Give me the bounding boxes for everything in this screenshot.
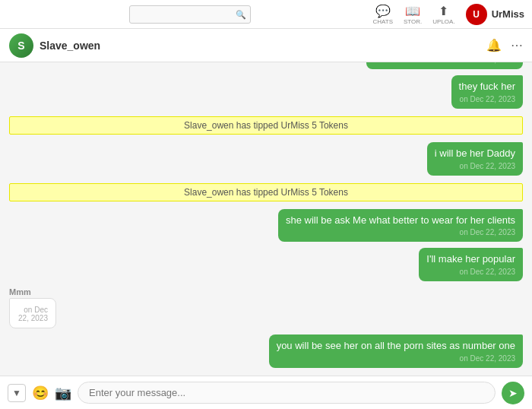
message-text: she will be ask Me what better to wear f… [286,214,515,227]
chat-header-right: 🔔 ⋯ [486,38,523,52]
chat-symbol: 💬 [375,4,391,18]
tip-notification: Slave_owen has tipped UrMiss 5 Tokens [9,183,523,201]
outgoing-message-bubble: you will be see her on all the porn site… [269,334,523,368]
top-nav: 🔍 💬 CHATS 📖 STOR. ⬆ UPLOA. U UrMiss [0,0,532,29]
message-timestamp: on Dec 22, 2023 [286,228,515,236]
message-timestamp: on Dec 22, 2023 [459,95,515,103]
message-text: you will be see her on all the porn site… [277,340,515,353]
search-bar-container: 🔍 [8,5,372,24]
outgoing-message-bubble: they fuck heron Dec 22, 2023 [451,75,523,109]
chevron-down-icon: ▼ [12,388,21,398]
message-text: I'll make her popular [426,253,515,266]
chat-contact-avatar: S [9,33,33,58]
chat-footer: ▼ 😊 📷 ➤ [0,376,532,409]
message-input[interactable] [78,382,496,404]
scroll-down-button[interactable]: ▼ [8,384,26,402]
upload-symbol: ⬆ [439,4,448,18]
notification-bell-icon[interactable]: 🔔 [486,38,502,52]
emoji-icon[interactable]: 😊 [32,385,49,401]
message-timestamp: on Dec 22, 2023 [374,62,515,64]
chat-messages-area: Slave_owen has tipped UrMiss 5 TokensI w… [0,62,532,376]
message-text: they fuck her [459,81,515,94]
story-label: STOR. [404,18,422,25]
message-timestamp: on Dec 22, 2023 [426,268,515,276]
message-row: she will be ask Me what better to wear f… [9,209,523,243]
upload-icon[interactable]: ⬆ UPLOA. [432,4,454,25]
outgoing-message-bubble: i will be her Daddyon Dec 22, 2023 [427,142,523,176]
chat-label: CHATS [372,18,393,25]
story-icon[interactable]: 📖 STOR. [404,4,422,25]
camera-icon[interactable]: 📷 [55,385,71,401]
message-timestamp: on Dec 22, 2023 [277,354,515,363]
user-profile-nav[interactable]: U UrMiss [466,4,524,25]
message-text: i will be her Daddy [435,147,515,160]
incoming-message-wrapper: Mmmon Dec 22, 2023 [9,287,81,328]
outgoing-message-bubble: she will be ask Me what better to wear f… [278,209,523,243]
story-symbol: 📖 [405,4,420,18]
chat-header: S Slave_owen 🔔 ⋯ [0,29,532,62]
outgoing-message-bubble: and I be taking money from menon Dec 22,… [366,62,523,69]
outgoing-message-bubble: I'll make her popularon Dec 22, 2023 [419,248,523,281]
search-input[interactable] [129,5,251,24]
message-row: Mmmon Dec 22, 2023 [9,287,523,328]
nav-avatar: U [466,4,487,25]
nav-username: UrMiss [492,8,524,20]
incoming-message-bubble: on Dec 22, 2023 [9,298,56,328]
incoming-sender-name: Mmm [9,287,81,296]
tip-notification: Slave_owen has tipped UrMiss 5 Tokens [9,116,523,135]
message-row: and I be taking money from menon Dec 22,… [9,62,523,69]
search-wrapper: 🔍 [129,5,251,24]
message-row: I'll make her popularon Dec 22, 2023 [9,248,523,281]
message-row: they fuck heron Dec 22, 2023 [9,75,523,109]
chats-icon[interactable]: 💬 CHATS [372,4,393,25]
message-row: i will be her Daddyon Dec 22, 2023 [9,142,523,176]
chat-contact-username: Slave_owen [40,40,100,52]
upload-label: UPLOA. [432,18,454,25]
send-button[interactable]: ➤ [502,382,524,404]
message-timestamp: on Dec 22, 2023 [435,162,515,170]
chat-header-left: S Slave_owen [9,33,486,58]
search-icon: 🔍 [236,9,246,19]
message-row: you will be see her on all the porn site… [9,334,523,368]
more-options-icon[interactable]: ⋯ [511,38,523,52]
nav-icons: 💬 CHATS 📖 STOR. ⬆ UPLOA. U UrMiss [372,4,524,25]
message-timestamp: on Dec 22, 2023 [17,306,48,322]
send-icon: ➤ [508,387,518,399]
